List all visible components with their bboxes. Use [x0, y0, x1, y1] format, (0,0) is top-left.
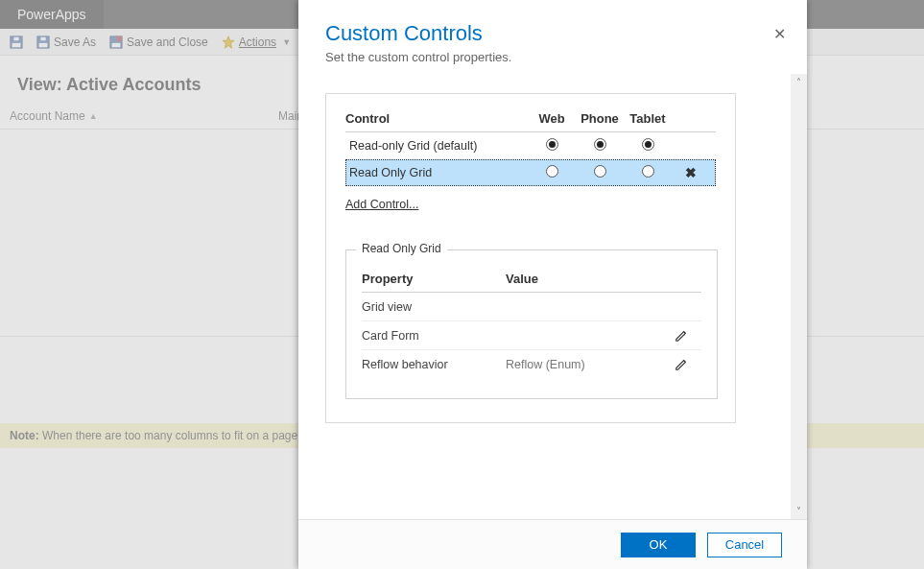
- chevron-down-icon: ˅: [796, 506, 801, 516]
- property-row-reflow: Reflow behavior Reflow (Enum): [362, 350, 701, 379]
- col-web: Web: [528, 111, 576, 126]
- dialog-header: Custom Controls Set the custom control p…: [298, 0, 807, 74]
- radio-web[interactable]: [546, 165, 558, 178]
- ok-button[interactable]: OK: [621, 533, 696, 557]
- col-control: Control: [345, 111, 528, 126]
- radio-web[interactable]: [546, 138, 558, 151]
- pencil-icon: [675, 329, 688, 343]
- chevron-up-icon: ˄: [796, 77, 801, 87]
- pencil-icon: [675, 358, 688, 371]
- property-value: Reflow (Enum): [506, 358, 675, 371]
- cancel-button[interactable]: Cancel: [707, 533, 782, 557]
- col-tablet: Tablet: [624, 111, 672, 126]
- property-row-gridview: Grid view: [362, 293, 701, 321]
- property-legend: Read Only Grid: [356, 242, 447, 255]
- remove-control-button[interactable]: ✖: [672, 165, 710, 180]
- remove-x-icon: ✖: [685, 165, 697, 180]
- property-fieldset: Read Only Grid Property Value Grid view …: [345, 249, 718, 399]
- property-table-header: Property Value: [362, 264, 701, 293]
- dialog-footer: OK Cancel: [298, 519, 807, 569]
- dialog-content-frame: Control Web Phone Tablet Read-only Grid …: [325, 93, 736, 423]
- col-value: Value: [506, 272, 675, 286]
- property-name: Reflow behavior: [362, 358, 506, 371]
- control-row-default[interactable]: Read-only Grid (default): [345, 132, 716, 159]
- edit-property-button[interactable]: [675, 358, 701, 371]
- scroll-up-button[interactable]: ˄: [791, 74, 807, 90]
- edit-property-button[interactable]: [675, 329, 701, 343]
- dialog-scrollbar[interactable]: ˄ ˅: [791, 74, 807, 519]
- dialog-title: Custom Controls: [325, 21, 780, 46]
- property-name: Card Form: [362, 329, 506, 343]
- dialog-close-button[interactable]: ✕: [770, 25, 788, 42]
- control-table-header: Control Web Phone Tablet: [345, 111, 716, 132]
- radio-phone[interactable]: [594, 165, 606, 178]
- radio-phone[interactable]: [594, 138, 606, 151]
- close-icon: ✕: [773, 25, 786, 43]
- add-control-link[interactable]: Add Control...: [345, 198, 418, 211]
- control-row-readonlygrid[interactable]: Read Only Grid ✖: [345, 159, 716, 186]
- radio-tablet[interactable]: [642, 165, 654, 178]
- col-property: Property: [362, 272, 506, 286]
- custom-controls-dialog: Custom Controls Set the custom control p…: [298, 0, 807, 569]
- dialog-subtitle: Set the custom control properties.: [325, 50, 780, 64]
- dialog-body: Control Web Phone Tablet Read-only Grid …: [298, 74, 807, 519]
- control-row-name: Read Only Grid: [345, 166, 528, 179]
- radio-tablet[interactable]: [642, 138, 654, 151]
- property-name: Grid view: [362, 300, 506, 314]
- control-row-name: Read-only Grid (default): [345, 139, 528, 153]
- col-phone: Phone: [576, 111, 624, 126]
- scroll-down-button[interactable]: ˅: [791, 503, 807, 519]
- property-row-cardform: Card Form: [362, 321, 701, 350]
